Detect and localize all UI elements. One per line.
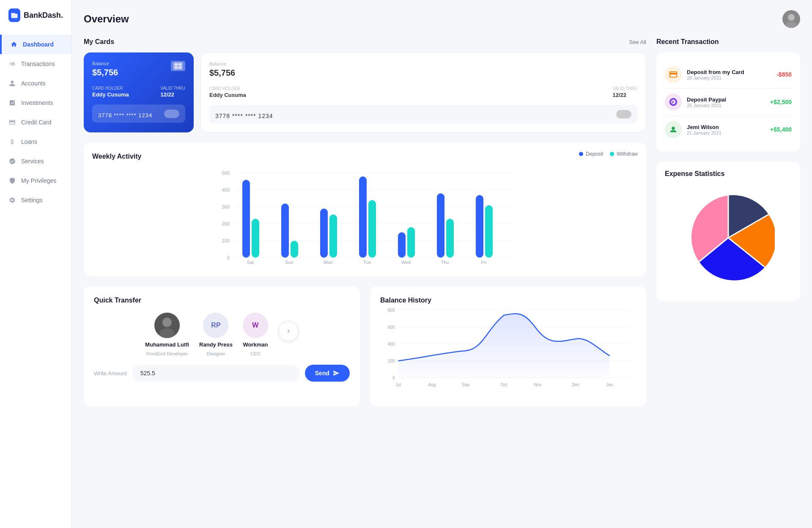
loans-icon bbox=[8, 138, 16, 146]
svg-text:400: 400 bbox=[222, 187, 230, 192]
user-avatar[interactable] bbox=[782, 10, 800, 28]
services-icon bbox=[8, 157, 16, 165]
transactions-panel: Deposit from my Card 28 January 2021 -$8… bbox=[656, 52, 800, 151]
tx-name-1: Deposit from my Card bbox=[687, 69, 771, 75]
legend-deposit-dot bbox=[579, 152, 583, 156]
sidebar-item-privileges[interactable]: My Privileges bbox=[0, 171, 71, 190]
sidebar-label-settings: Settings bbox=[21, 197, 43, 204]
contact-2[interactable]: RP Randy Press Designer bbox=[199, 313, 233, 356]
cards-see-all[interactable]: See All bbox=[629, 39, 646, 45]
sidebar-item-accounts[interactable]: Accounts bbox=[0, 74, 71, 93]
page-header: Overview bbox=[84, 10, 800, 28]
svg-rect-35 bbox=[407, 227, 415, 258]
sidebar-item-investments[interactable]: Investments bbox=[0, 93, 71, 113]
svg-text:Jul: Jul bbox=[395, 382, 401, 387]
svg-rect-7 bbox=[178, 63, 181, 66]
legend-deposit: Deposit bbox=[579, 151, 603, 157]
tx-amount-1: -$850 bbox=[776, 71, 792, 78]
logo-icon bbox=[8, 8, 20, 22]
next-contacts-button[interactable] bbox=[278, 321, 299, 341]
contact-3-initials: W bbox=[252, 322, 258, 329]
sidebar-item-settings[interactable]: Settings bbox=[0, 190, 71, 210]
tx-info-2: Deposit Paypal 25 January 2021 bbox=[687, 96, 765, 108]
tx-icon-2: P bbox=[665, 94, 682, 110]
svg-rect-1 bbox=[11, 13, 15, 15]
svg-rect-6 bbox=[175, 63, 178, 66]
chart-legend: Deposit Withdraw bbox=[579, 151, 638, 157]
svg-text:Dec: Dec bbox=[572, 382, 580, 387]
svg-rect-5 bbox=[173, 62, 183, 70]
app-name: BankDash. bbox=[24, 11, 63, 20]
svg-text:400: 400 bbox=[388, 342, 395, 346]
svg-text:Mon: Mon bbox=[324, 260, 332, 265]
sidebar-label-accounts: Accounts bbox=[21, 80, 46, 87]
contact-2-initials: RP bbox=[211, 322, 220, 329]
legend-withdraw-dot bbox=[610, 152, 614, 156]
transfer-amount-row: Write Amount Send bbox=[94, 365, 350, 382]
bottom-row: Quick Transfer Muhammad Lutfi FrontEnd D… bbox=[84, 286, 646, 407]
card2-valid-value: 12/22 bbox=[612, 92, 637, 98]
tx-amount-3: +$5,400 bbox=[770, 126, 792, 133]
credit-card-icon bbox=[8, 118, 16, 126]
sidebar-label-investments: Investments bbox=[21, 99, 53, 106]
tx-amount-2: +$2,500 bbox=[770, 99, 792, 105]
cards-title: My Cards bbox=[84, 38, 114, 46]
sidebar-item-transactions[interactable]: Transactions bbox=[0, 54, 71, 74]
sidebar-item-credit-card[interactable]: Credit Card bbox=[0, 113, 71, 132]
accounts-icon bbox=[8, 80, 16, 87]
svg-point-65 bbox=[672, 127, 675, 130]
svg-rect-23 bbox=[252, 219, 259, 258]
quick-transfer-section: Quick Transfer Muhammad Lutfi FrontEnd D… bbox=[84, 286, 360, 407]
weekly-activity-section: Weekly Activity Deposit Withdraw bbox=[84, 143, 646, 276]
left-column: My Cards See All Balance $5,756 bbox=[84, 38, 646, 407]
svg-text:300: 300 bbox=[222, 204, 230, 209]
svg-point-44 bbox=[162, 318, 172, 327]
weekly-header: Weekly Activity Deposit Withdraw bbox=[92, 151, 638, 162]
contact-2-avatar: RP bbox=[203, 313, 228, 338]
cards-container: Balance $5,756 bbox=[84, 52, 646, 132]
transaction-item-1: Deposit from my Card 28 January 2021 -$8… bbox=[665, 61, 792, 88]
svg-text:800: 800 bbox=[388, 308, 395, 313]
svg-text:P: P bbox=[672, 100, 674, 104]
svg-rect-32 bbox=[368, 200, 376, 258]
svg-text:100: 100 bbox=[222, 238, 230, 243]
expense-title: Expense Statistics bbox=[665, 170, 792, 178]
tx-name-2: Deposit Paypal bbox=[687, 96, 765, 103]
card1-number: 3778 **** **** 1234 bbox=[98, 112, 152, 118]
recent-tx-title: Recent Transaction bbox=[656, 38, 719, 45]
card-secondary: Balance $5,756 CARD HOLDER Eddy Cusuma V… bbox=[200, 52, 646, 132]
settings-icon bbox=[8, 196, 16, 204]
legend-withdraw-label: Withdraw bbox=[617, 151, 638, 157]
send-button[interactable]: Send bbox=[305, 365, 350, 382]
sidebar-item-loans[interactable]: Loans bbox=[0, 132, 71, 151]
contact-3[interactable]: W Workman CEO bbox=[243, 313, 268, 356]
bar-chart-svg: 500 400 300 200 100 0 Sat Sun bbox=[92, 169, 638, 266]
sidebar-label-services: Services bbox=[21, 158, 44, 165]
legend-deposit-label: Deposit bbox=[586, 151, 603, 157]
transaction-item-3: Jemi Wilson 21 January 2021 +$5,400 bbox=[665, 116, 792, 143]
svg-text:Jan: Jan bbox=[606, 382, 613, 387]
amount-input[interactable] bbox=[132, 365, 300, 382]
main-content: Overview My Cards See All Balance bbox=[72, 0, 812, 528]
svg-text:Oct: Oct bbox=[501, 382, 508, 387]
svg-rect-41 bbox=[485, 205, 493, 258]
contact-3-role: CEO bbox=[250, 351, 261, 356]
investments-icon bbox=[8, 99, 16, 107]
svg-text:Aug: Aug bbox=[428, 382, 436, 387]
sidebar-item-services[interactable]: Services bbox=[0, 151, 71, 171]
card2-balance: $5,756 bbox=[209, 68, 637, 78]
svg-text:Wed: Wed bbox=[401, 260, 411, 265]
card1-valid-value: 12/22 bbox=[160, 91, 185, 98]
contacts-row: Muhammad Lutfi FrontEnd Developer RP Ran… bbox=[94, 313, 350, 356]
card2-number: 3778 **** **** 1234 bbox=[215, 113, 273, 119]
contact-1-avatar bbox=[154, 313, 180, 338]
svg-rect-40 bbox=[476, 195, 483, 258]
contact-1[interactable]: Muhammad Lutfi FrontEnd Developer bbox=[145, 313, 189, 356]
sidebar-item-dashboard[interactable]: Dashboard bbox=[0, 35, 71, 54]
balance-history-section: Balance History 800 600 400 200 0 bbox=[370, 286, 646, 407]
sidebar: BankDash. Dashboard Transactions Account… bbox=[0, 0, 72, 528]
card2-holder-label: CARD HOLDER bbox=[209, 86, 246, 91]
sidebar-label-privileges: My Privileges bbox=[21, 177, 56, 184]
contact-3-avatar: W bbox=[243, 313, 268, 338]
right-column: Recent Transaction Deposit from my Card … bbox=[656, 38, 800, 407]
